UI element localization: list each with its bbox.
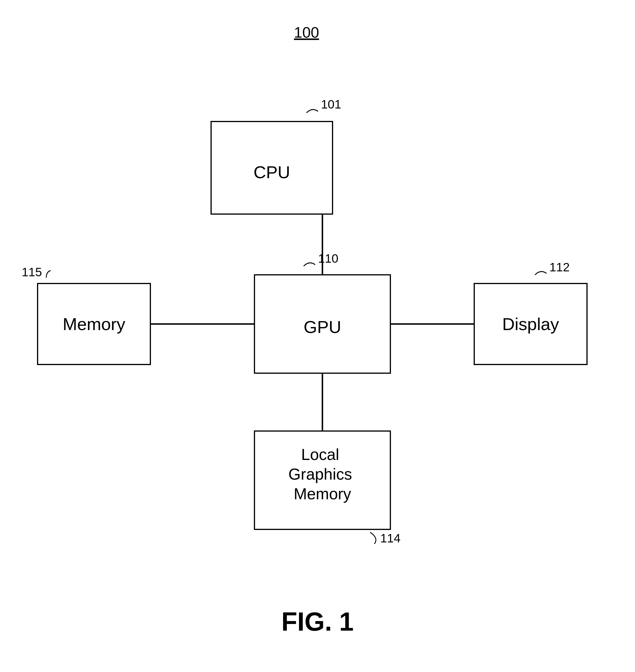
display-ref-bracket: [535, 272, 547, 275]
lgm-ref: 114: [380, 532, 400, 545]
gpu-label: GPU: [304, 317, 341, 337]
cpu-ref: 101: [321, 97, 341, 111]
diagram-title: 100: [294, 24, 319, 41]
cpu-ref-bracket: [307, 110, 318, 113]
gpu-ref-bracket: [304, 263, 315, 266]
lgm-ref-bracket: [370, 532, 376, 544]
diagram-container: 100 CPU 101 GPU 110 Memory 115 Display: [0, 0, 635, 672]
memory-label: Memory: [63, 315, 126, 334]
memory-ref-bracket: [46, 270, 50, 278]
memory-ref: 115: [22, 265, 42, 279]
display-label: Display: [502, 315, 559, 334]
figure-label: FIG. 1: [281, 607, 354, 636]
gpu-ref: 110: [318, 252, 338, 265]
display-ref: 112: [549, 260, 570, 274]
cpu-label: CPU: [254, 162, 290, 182]
